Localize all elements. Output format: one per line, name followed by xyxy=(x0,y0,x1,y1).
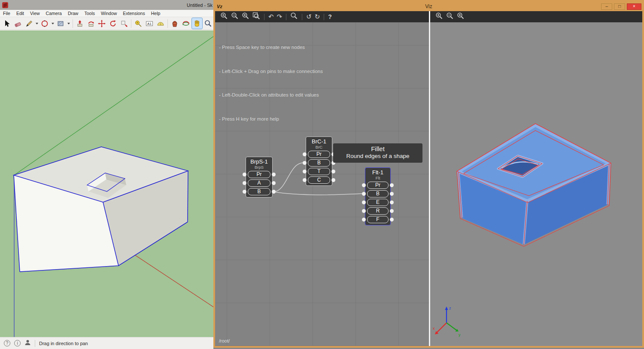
dropdown-caret-icon[interactable] xyxy=(67,23,70,24)
input-pin[interactable] xyxy=(243,190,246,194)
input-pin[interactable] xyxy=(243,173,246,176)
node-attribute[interactable]: F xyxy=(367,216,389,223)
user-icon[interactable] xyxy=(24,339,31,347)
select-tool-icon[interactable] xyxy=(2,18,12,29)
pan-tool-icon[interactable] xyxy=(192,18,203,29)
zoom-selected-icon[interactable] xyxy=(290,12,298,21)
menu-draw[interactable]: Draw xyxy=(65,11,82,16)
sketchup-titlebar[interactable]: Untitled - Sk xyxy=(0,0,213,10)
shape-tool-icon[interactable] xyxy=(55,18,66,29)
viz-3d-toolbar xyxy=(430,11,642,22)
line-tool-icon[interactable] xyxy=(24,18,34,29)
rotate-tool-icon[interactable] xyxy=(108,18,118,29)
zoom-region-icon[interactable] xyxy=(252,12,260,21)
node-brps-1[interactable]: BrpS-1 BrpS Pr A B xyxy=(246,157,273,197)
zoom-in-icon[interactable] xyxy=(435,12,443,21)
dropdown-caret-icon[interactable] xyxy=(36,23,38,24)
output-pin[interactable] xyxy=(390,209,394,213)
sync-down-icon[interactable]: ↻ xyxy=(315,14,320,20)
input-pin[interactable] xyxy=(303,170,307,173)
output-pin[interactable] xyxy=(272,181,276,185)
help-button[interactable]: ? xyxy=(328,13,332,20)
sync-up-icon[interactable]: ↺ xyxy=(306,14,312,20)
node-attribute[interactable]: E xyxy=(367,199,389,206)
input-pin[interactable] xyxy=(303,178,307,182)
input-pin[interactable] xyxy=(243,181,246,185)
paint-bucket-tool-icon[interactable] xyxy=(170,18,180,29)
undo-icon[interactable]: ↶ xyxy=(268,14,274,20)
viz-3d-viewport[interactable]: z x y xyxy=(430,22,642,346)
protractor-tool-icon[interactable] xyxy=(155,18,166,29)
output-pin[interactable] xyxy=(390,200,394,204)
node-brc-1[interactable]: BrC-1 BrC Pr B T C xyxy=(306,137,332,186)
close-button[interactable]: × xyxy=(627,3,641,10)
maximize-button[interactable]: □ xyxy=(614,3,625,10)
input-pin[interactable] xyxy=(362,192,366,196)
output-pin[interactable] xyxy=(331,178,335,182)
minimize-button[interactable]: – xyxy=(601,3,612,10)
menu-view[interactable]: View xyxy=(27,11,43,16)
input-pin[interactable] xyxy=(303,152,307,156)
viz-window-title: Viz xyxy=(215,3,642,9)
tape-measure-tool-icon[interactable] xyxy=(133,18,144,29)
redo-icon[interactable]: ↷ xyxy=(277,14,283,20)
node-attribute[interactable]: B xyxy=(308,159,330,167)
node-title: BrC-1 xyxy=(308,138,330,145)
zoom-remove-icon[interactable] xyxy=(242,12,249,21)
sketchup-3d-viewport[interactable] xyxy=(0,30,213,337)
pushpull-tool-icon[interactable] xyxy=(75,18,85,29)
sketchup-toolbar: A1 xyxy=(0,17,213,30)
menu-extensions[interactable]: Extensions xyxy=(120,11,148,16)
node-attribute[interactable]: A xyxy=(248,179,270,187)
node-attribute[interactable]: Pr xyxy=(248,171,270,178)
zoom-tool-icon[interactable] xyxy=(203,18,213,29)
node-flt-1[interactable]: Flt-1 Flt Pr B E R F xyxy=(365,167,391,225)
menu-tools[interactable]: Tools xyxy=(81,11,98,16)
input-pin[interactable] xyxy=(362,183,366,187)
output-pin[interactable] xyxy=(272,190,276,194)
menu-camera[interactable]: Camera xyxy=(43,11,65,16)
node-attribute[interactable]: C xyxy=(308,176,330,184)
zoom-out-icon[interactable] xyxy=(231,12,239,21)
orbit-tool-icon[interactable] xyxy=(181,18,191,29)
output-pin[interactable] xyxy=(390,218,394,222)
input-pin[interactable] xyxy=(303,161,307,165)
node-attribute[interactable]: R xyxy=(367,207,389,215)
statusbar-hint: Drag in direction to pan xyxy=(39,341,88,346)
help-icon[interactable]: ? xyxy=(4,340,10,346)
input-pin[interactable] xyxy=(362,200,366,204)
zoom-out-icon[interactable] xyxy=(446,12,454,21)
arc-tool-icon[interactable] xyxy=(39,18,50,29)
move-tool-icon[interactable] xyxy=(97,18,107,29)
output-pin[interactable] xyxy=(272,173,276,176)
zoom-in-icon[interactable] xyxy=(220,12,228,21)
menu-edit[interactable]: Edit xyxy=(13,11,27,16)
output-pin[interactable] xyxy=(390,183,394,187)
followme-tool-icon[interactable] xyxy=(85,18,96,29)
input-pin[interactable] xyxy=(362,209,366,213)
output-pin[interactable] xyxy=(331,170,335,173)
node-attribute[interactable]: B xyxy=(367,190,389,197)
eraser-tool-icon[interactable] xyxy=(13,18,24,29)
node-attribute[interactable]: Pr xyxy=(308,151,330,158)
scale-tool-icon[interactable] xyxy=(118,18,129,29)
dropdown-caret-icon[interactable] xyxy=(52,23,54,24)
attribute-label: B xyxy=(317,160,321,166)
node-title: BrpS-1 xyxy=(248,158,270,165)
dimension-tool-icon[interactable]: A1 xyxy=(144,18,155,29)
node-attribute[interactable]: Pr xyxy=(367,182,389,189)
menu-file[interactable]: File xyxy=(0,11,13,16)
node-attribute[interactable]: T xyxy=(308,168,330,175)
viz-titlebar[interactable]: Vz Viz – □ × xyxy=(215,2,642,11)
output-pin[interactable] xyxy=(390,192,394,196)
node-attribute[interactable]: B xyxy=(248,188,270,195)
node-canvas[interactable]: - Press Space key to create new nodes - … xyxy=(215,22,429,346)
menu-help[interactable]: Help xyxy=(148,11,164,16)
toolbar-separator xyxy=(324,14,324,20)
axis-z-label: z xyxy=(449,306,451,310)
zoom-remove-icon[interactable] xyxy=(457,12,465,21)
info-icon[interactable]: i xyxy=(14,340,21,346)
input-pin[interactable] xyxy=(362,218,366,222)
axis-x-label: x xyxy=(433,326,435,331)
menu-window[interactable]: Window xyxy=(98,11,120,16)
